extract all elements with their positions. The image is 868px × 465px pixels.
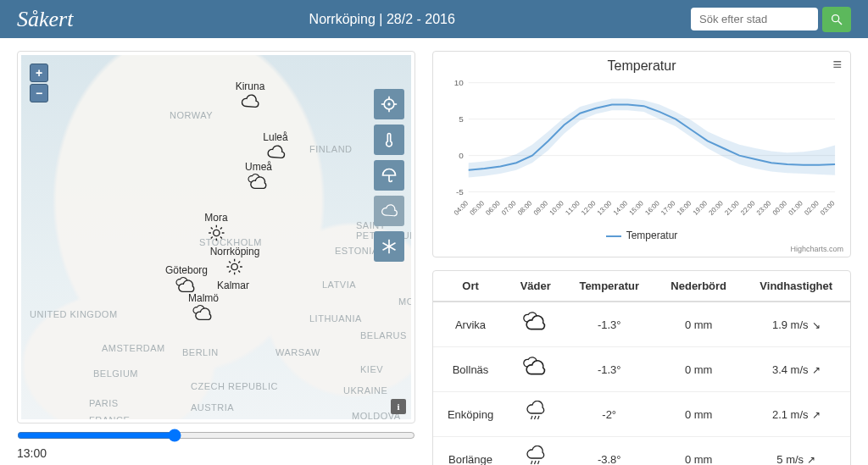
city-label: Kiruna bbox=[236, 80, 265, 92]
city-marker-kiruna[interactable]: Kiruna bbox=[236, 80, 265, 113]
search-input[interactable] bbox=[691, 8, 818, 30]
cloud-icon bbox=[239, 92, 261, 111]
svg-text:09:00: 09:00 bbox=[532, 199, 550, 217]
layer-cloud-button[interactable] bbox=[374, 196, 404, 226]
cell-city: Borlänge bbox=[433, 437, 508, 466]
doublecloud-icon bbox=[521, 311, 550, 333]
city-marker-malmö[interactable]: Malmö bbox=[188, 292, 219, 325]
city-label: Kalmar bbox=[217, 280, 249, 291]
svg-text:04:00: 04:00 bbox=[453, 199, 470, 217]
cell-temp: -3.8° bbox=[563, 437, 655, 466]
doublecloud-icon bbox=[521, 356, 550, 378]
svg-text:07:00: 07:00 bbox=[500, 199, 518, 217]
layer-snow-button[interactable] bbox=[374, 231, 404, 262]
svg-text:16:00: 16:00 bbox=[643, 199, 661, 217]
svg-text:06:00: 06:00 bbox=[484, 199, 502, 217]
country-label: UKRAINE bbox=[343, 385, 387, 396]
layer-target-button[interactable] bbox=[374, 89, 404, 119]
country-label: BELGIUM bbox=[93, 368, 138, 379]
city-marker-kalmar[interactable]: Kalmar bbox=[217, 280, 249, 291]
layer-temp-button[interactable] bbox=[374, 125, 404, 155]
cell-city: Bollnäs bbox=[433, 347, 508, 392]
country-label: KIEV bbox=[360, 364, 383, 374]
time-slider-wrap: 13:00 bbox=[17, 429, 415, 460]
rain-icon bbox=[521, 446, 550, 465]
country-label: PARIS bbox=[89, 398, 119, 408]
search-icon bbox=[830, 13, 843, 26]
time-slider[interactable] bbox=[17, 429, 415, 442]
sun-icon bbox=[205, 224, 227, 242]
table-row[interactable]: Arvika-1.3°0 mm1.9 m/s↘ bbox=[433, 302, 850, 347]
country-label: ESTONIA bbox=[335, 246, 379, 256]
header: Såkert Norrköping | 28/2 - 2016 bbox=[0, 0, 868, 38]
chart-menu-button[interactable]: ≡ bbox=[832, 57, 842, 72]
svg-text:01:00: 01:00 bbox=[787, 199, 805, 217]
chart-panel: Temperatur ≡ -5051004:0005:0006:0007:000… bbox=[432, 51, 851, 257]
city-marker-mora[interactable]: Mora bbox=[204, 212, 227, 245]
svg-text:11:00: 11:00 bbox=[564, 199, 581, 217]
wind-direction-icon: ↗ bbox=[807, 454, 815, 466]
page-title: Norrköping | 28/2 - 2016 bbox=[90, 12, 674, 27]
svg-text:17:00: 17:00 bbox=[659, 199, 677, 217]
snow-icon bbox=[381, 238, 398, 255]
svg-text:5: 5 bbox=[459, 114, 464, 124]
cell-temp: -1.3° bbox=[563, 347, 655, 392]
column-header: Väder bbox=[508, 271, 563, 302]
svg-text:22:00: 22:00 bbox=[739, 199, 757, 217]
svg-text:15:00: 15:00 bbox=[628, 199, 646, 217]
country-label: NORWAY bbox=[170, 110, 213, 120]
sun-icon bbox=[224, 257, 246, 276]
country-label: FINLAND bbox=[309, 144, 353, 154]
map-info-button[interactable]: i bbox=[391, 399, 406, 414]
country-label: SLOVENIA bbox=[191, 418, 241, 419]
country-label: AUSTRIA bbox=[191, 402, 234, 412]
wind-direction-icon: ↘ bbox=[812, 319, 821, 331]
column-header: Nederbörd bbox=[655, 271, 742, 302]
svg-text:10:00: 10:00 bbox=[548, 199, 566, 217]
svg-text:08:00: 08:00 bbox=[516, 199, 534, 217]
thermo-icon bbox=[381, 131, 398, 148]
cell-precip: 0 mm bbox=[655, 347, 742, 392]
country-label: LATVIA bbox=[322, 280, 356, 290]
country-label: BELARUS bbox=[360, 330, 407, 340]
weather-table: OrtVäderTemperaturNederbördVindhastighet… bbox=[433, 271, 850, 465]
city-label: Norrköping bbox=[210, 246, 260, 257]
cell-precip: 0 mm bbox=[655, 392, 742, 437]
country-label: FRANCE bbox=[89, 415, 130, 419]
layer-precip-button[interactable] bbox=[374, 160, 404, 191]
city-label: Göteborg bbox=[165, 264, 208, 276]
city-marker-luleå[interactable]: Luleå bbox=[263, 131, 287, 164]
search-wrap bbox=[691, 7, 851, 32]
svg-text:13:00: 13:00 bbox=[596, 199, 614, 217]
city-marker-norrköping[interactable]: Norrköping bbox=[210, 246, 260, 279]
search-button[interactable] bbox=[822, 7, 851, 32]
svg-text:02:00: 02:00 bbox=[803, 199, 821, 217]
zoom-out-button[interactable]: − bbox=[30, 84, 48, 102]
country-label: MOSCOW bbox=[398, 296, 411, 307]
svg-text:19:00: 19:00 bbox=[692, 199, 709, 217]
city-marker-umeå[interactable]: Umeå bbox=[245, 161, 272, 194]
time-label: 13:00 bbox=[17, 446, 47, 460]
country-label: LITHUANIA bbox=[309, 313, 362, 324]
city-label: Luleå bbox=[263, 131, 287, 143]
svg-text:14:00: 14:00 bbox=[612, 199, 630, 217]
zoom-in-button[interactable]: + bbox=[30, 64, 48, 82]
chart-title: Temperatur bbox=[440, 58, 843, 74]
logo: Såkert bbox=[17, 7, 73, 32]
svg-text:05:00: 05:00 bbox=[469, 199, 487, 217]
city-label: Malmö bbox=[188, 292, 219, 304]
chart-credit[interactable]: Highcharts.com bbox=[440, 245, 843, 253]
city-label: Umeå bbox=[245, 161, 272, 173]
umbrella-icon bbox=[381, 167, 398, 184]
column-header: Ort bbox=[433, 271, 508, 302]
table-row[interactable]: Bollnäs-1.3°0 mm3.4 m/s↗ bbox=[433, 347, 850, 392]
cell-weather bbox=[508, 437, 563, 466]
table-row[interactable]: Enköping-2°0 mm2.1 m/s↗ bbox=[433, 392, 850, 437]
cell-precip: 0 mm bbox=[655, 302, 742, 347]
table-row[interactable]: Borlänge-3.8°0 mm5 m/s↗ bbox=[433, 437, 850, 466]
cell-precip: 0 mm bbox=[655, 437, 742, 466]
map[interactable]: + − NORWAYFINLANDSAINT PETERSBURGESTONIA… bbox=[21, 55, 411, 419]
country-label: BERLIN bbox=[182, 347, 219, 357]
svg-text:20:00: 20:00 bbox=[708, 199, 726, 217]
cell-weather bbox=[508, 392, 563, 437]
